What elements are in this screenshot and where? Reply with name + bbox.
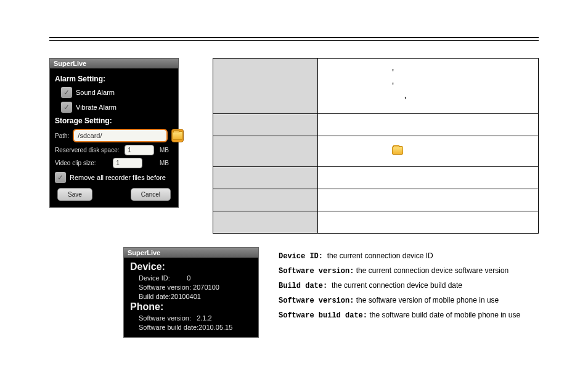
def-text: the current connection device ID [327,251,433,260]
vibrate-alarm-checkbox[interactable]: ✓ [61,102,72,113]
reserved-space-unit: MB [160,147,173,153]
def-text: the software build date of mobile phone … [369,311,520,319]
device-build-value: 20100401 [171,293,201,300]
panel-title: SuperLive [50,59,178,68]
clip-size-label: Video clip size: [55,160,96,166]
folder-icon [172,131,183,140]
device-id-label: Device ID: [139,274,170,282]
table-row [213,189,539,211]
device-build-label: Build date: [139,293,171,300]
table-row [213,167,539,189]
table-row: ' ' ' [213,59,539,114]
def-text: the current connection device software v… [356,266,508,275]
apostrophe-mark: ' [392,67,538,80]
panel-title: SuperLive [124,248,258,258]
vibrate-alarm-label: Vibrate Alarm [76,104,116,111]
phone-heading: Phone: [130,301,252,312]
device-heading: Device: [130,261,252,272]
device-id-value: 0 [187,274,190,282]
cancel-button[interactable]: Cancel [131,188,171,201]
clip-size-unit: MB [160,160,173,166]
clip-size-input[interactable] [113,158,142,168]
save-button[interactable]: Save [57,188,92,201]
table-row [213,211,539,234]
browse-folder-button[interactable] [171,129,184,142]
phone-sw-value: 2.1.2 [197,314,211,322]
def-text: the current connection device build date [332,281,462,290]
sound-alarm-label: Sound Alarm [76,89,115,96]
def-term: Software build date: [279,311,367,320]
remove-files-label: Remove all recorder files before [70,174,166,181]
path-input[interactable] [73,129,168,142]
sound-alarm-checkbox[interactable]: ✓ [61,87,72,98]
table-row [213,114,539,136]
storage-setting-heading: Storage Setting: [55,116,173,125]
device-sw-label: Software version: [139,284,191,291]
def-term: Software version: [279,296,354,305]
superlive-info-panel: SuperLive Device: Device ID: 0 Software … [123,247,259,338]
alarm-setting-heading: Alarm Setting: [55,75,173,83]
def-text: the software version of mobile phone in … [356,296,499,304]
reserved-space-label: Reservered disk space: [55,147,120,153]
definitions-block: Device ID: the current connection device… [279,247,525,324]
def-term: Device ID: [279,252,323,261]
table-row [213,136,539,167]
remove-files-checkbox[interactable]: ✓ [55,172,66,183]
phone-build-value: 2010.05.15 [198,324,232,331]
def-term: Software version: [279,267,354,276]
apostrophe-mark: ' [392,80,538,94]
reserved-space-input[interactable] [125,145,154,155]
phone-build-label: Software build date: [139,324,198,331]
path-label: Path: [55,133,69,139]
phone-sw-label: Software version: [139,314,191,322]
description-table: ' ' ' [213,58,539,234]
superlive-settings-panel: SuperLive Alarm Setting: ✓ Sound Alarm ✓… [49,58,179,208]
device-sw-value: 2070100 [193,284,219,291]
apostrophe-mark: ' [392,94,538,108]
def-term: Build date: [279,282,327,290]
folder-icon [392,146,403,155]
